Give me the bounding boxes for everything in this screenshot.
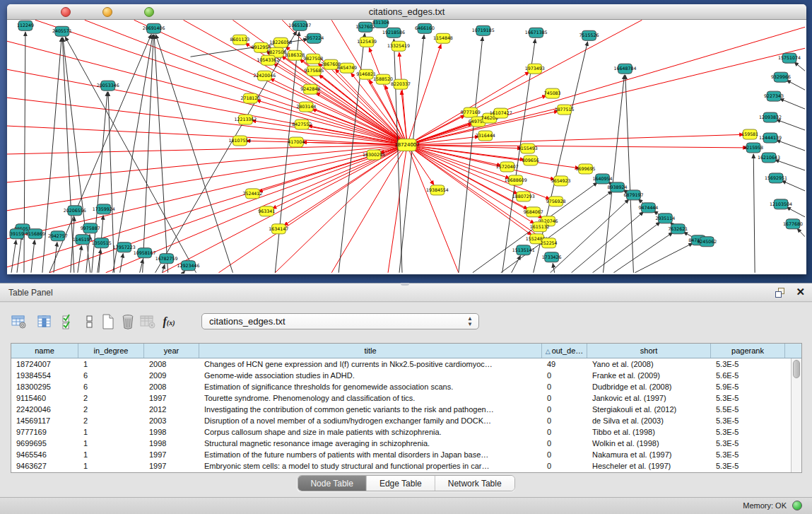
row-height-icon[interactable] bbox=[81, 313, 99, 331]
graph-node-6879197[interactable]: 6879197 bbox=[623, 190, 643, 200]
table-cell[interactable]: Jankovic et al. (1997) bbox=[587, 392, 711, 404]
graph-node-16671385[interactable]: 16671385 bbox=[525, 28, 548, 37]
table-cell[interactable]: 5.3E-5 bbox=[711, 358, 785, 370]
table-cell[interactable]: Estimation of the future numbers of pati… bbox=[199, 449, 542, 460]
citation-edge-red[interactable] bbox=[7, 145, 407, 211]
citation-edge-black[interactable] bbox=[782, 181, 805, 191]
table-cell[interactable]: Corpus callosum shape and size in male p… bbox=[199, 426, 542, 438]
column-header-year[interactable]: year bbox=[144, 344, 199, 358]
citation-edge-black[interactable] bbox=[54, 243, 57, 273]
citation-edge-black[interactable] bbox=[184, 271, 185, 273]
graph-node-2405571[interactable]: 2405571 bbox=[52, 26, 72, 36]
graph-node-18226058[interactable]: 18226058 bbox=[269, 37, 292, 47]
graph-node-8186328[interactable]: 8186328 bbox=[285, 50, 305, 60]
table-cell[interactable]: 0 bbox=[542, 438, 587, 449]
column-header-pagerank[interactable]: pagerank bbox=[711, 344, 785, 358]
graph-node-17359924[interactable]: 17359924 bbox=[93, 204, 115, 214]
table-cell[interactable]: 1 bbox=[78, 449, 144, 460]
citation-edge-red[interactable] bbox=[399, 52, 407, 145]
table-cell[interactable]: 2 bbox=[78, 392, 144, 404]
table-cell[interactable]: Disruption of a novel member of a sodium… bbox=[199, 415, 542, 426]
table-cell[interactable]: 6 bbox=[78, 381, 144, 392]
table-cell[interactable]: 1 bbox=[78, 358, 144, 370]
graph-node-2935114[interactable]: 2935114 bbox=[655, 214, 675, 223]
citation-edge-black[interactable] bbox=[553, 264, 554, 273]
citation-edge-black[interactable] bbox=[120, 254, 124, 273]
graph-node-9329966[interactable]: 9329966 bbox=[771, 72, 791, 82]
table-cell[interactable]: Changes of HCN gene expression and I(f) … bbox=[199, 358, 542, 370]
graph-node-18807293[interactable]: 18807293 bbox=[512, 192, 535, 201]
network-canvas[interactable]: 1122492405571206914061065328715276026466… bbox=[7, 20, 805, 274]
graph-node-8601123[interactable]: 8601123 bbox=[230, 35, 249, 45]
table-cell[interactable]: 2008 bbox=[144, 381, 199, 392]
citation-edge-red[interactable] bbox=[272, 145, 407, 209]
graph-node-16648784[interactable]: 16648784 bbox=[613, 64, 636, 74]
graph-node-20691406[interactable]: 20691406 bbox=[143, 23, 165, 33]
delete-table-icon[interactable] bbox=[119, 313, 137, 331]
citation-edge-black[interactable] bbox=[777, 119, 805, 130]
citation-edge-red[interactable] bbox=[407, 27, 805, 145]
graph-node-20206556[interactable]: 20206556 bbox=[64, 206, 86, 216]
graph-node-1145194[interactable]: 1145194 bbox=[73, 235, 93, 245]
citation-edge-black[interactable] bbox=[635, 243, 693, 273]
table-cell[interactable]: 0 bbox=[542, 392, 587, 404]
graph-node-9827508[interactable]: 9827508 bbox=[303, 54, 323, 64]
citation-edge-black[interactable] bbox=[787, 207, 805, 217]
table-cell[interactable]: Yano et al. (2008) bbox=[587, 358, 711, 370]
table-cell[interactable]: 1997 bbox=[144, 392, 199, 404]
table-cell[interactable]: 5.3E-5 bbox=[711, 438, 785, 449]
graph-node-9155493[interactable]: 9155493 bbox=[518, 144, 538, 153]
graph-node-10688609[interactable]: 10688609 bbox=[505, 175, 527, 185]
graph-node-1615132[interactable]: 1615132 bbox=[530, 222, 550, 232]
graph-node-1973493[interactable]: 1973493 bbox=[525, 64, 545, 74]
graph-node-745083[interactable]: 745083 bbox=[544, 88, 561, 98]
table-row[interactable]: 969969511998Structural magnetic resonanc… bbox=[11, 438, 801, 449]
column-header-out_de[interactable]: △out_de… bbox=[542, 344, 587, 358]
table-cell[interactable]: 1997 bbox=[144, 449, 199, 460]
table-selector-dropdown[interactable]: citations_edges.txt ▲▼ bbox=[201, 313, 479, 329]
graph-node-2942757[interactable]: 2942757 bbox=[48, 231, 68, 241]
graph-node-8427552[interactable]: 8427552 bbox=[292, 119, 312, 129]
citation-edge-red[interactable] bbox=[284, 145, 407, 226]
graph-node-2803144[interactable]: 2803144 bbox=[296, 102, 316, 112]
table-cell[interactable]: 5.3E-5 bbox=[711, 426, 785, 438]
graph-node-1125439[interactable]: 1125439 bbox=[357, 37, 377, 47]
graph-node-1634147[interactable]: 1634147 bbox=[269, 224, 288, 234]
graph-node-9699695[interactable]: 9699695 bbox=[576, 164, 596, 174]
graph-node-18724007[interactable]: 18724007 bbox=[394, 139, 419, 151]
table-row[interactable]: 1830029562008Estimation of significance … bbox=[11, 381, 801, 392]
graph-node-20053346[interactable]: 20053346 bbox=[97, 81, 119, 90]
table-cell[interactable]: 2 bbox=[78, 404, 144, 415]
graph-node-8938924[interactable]: 8938924 bbox=[608, 182, 628, 192]
table-cell[interactable]: 9777169 bbox=[11, 426, 78, 438]
graph-node-9474444[interactable]: 9474444 bbox=[638, 203, 658, 213]
graph-node-16782759[interactable]: 16782759 bbox=[155, 254, 178, 264]
citation-edge-black[interactable] bbox=[794, 62, 805, 71]
citation-edge-black[interactable] bbox=[155, 35, 233, 273]
graph-node-7632621[interactable]: 7632621 bbox=[668, 224, 688, 234]
graph-node-16210643[interactable]: 16210643 bbox=[758, 153, 780, 163]
graph-node-10543362[interactable]: 10543362 bbox=[257, 55, 279, 65]
citation-edge-black[interactable] bbox=[613, 233, 672, 273]
citation-edge-red[interactable] bbox=[275, 145, 407, 273]
citation-edge-black[interactable] bbox=[17, 235, 22, 273]
graph-node-8220337[interactable]: 8220337 bbox=[391, 79, 411, 89]
graph-node-6466160[interactable]: 6466160 bbox=[415, 23, 435, 33]
citation-edge-red[interactable] bbox=[388, 145, 407, 273]
tab-node-table[interactable]: Node Table bbox=[298, 476, 367, 491]
graph-node-1156869[interactable]: 1156869 bbox=[25, 229, 45, 239]
citation-edge-red[interactable] bbox=[407, 134, 743, 145]
close-panel-icon[interactable]: ✕ bbox=[796, 286, 805, 298]
table-cell[interactable]: Wolkin et al. (1998) bbox=[587, 438, 711, 449]
table-cell[interactable]: 14569117 bbox=[11, 415, 78, 426]
graph-node-12093832[interactable]: 12093832 bbox=[759, 112, 782, 122]
graph-node-19384554[interactable]: 19384554 bbox=[426, 185, 449, 195]
graph-node-9175685[interactable]: 9175685 bbox=[304, 66, 324, 76]
graph-node-9975887[interactable]: 9975887 bbox=[81, 223, 100, 233]
table-cell[interactable]: 1 bbox=[78, 426, 144, 438]
table-cell[interactable]: 5.6E-5 bbox=[711, 370, 785, 381]
column-header-name[interactable]: name bbox=[11, 344, 78, 358]
graph-node-1588520[interactable]: 1588520 bbox=[373, 74, 393, 84]
graph-node-10958167[interactable]: 10958167 bbox=[134, 248, 156, 258]
graph-node-9245062[interactable]: 9245062 bbox=[697, 237, 717, 247]
